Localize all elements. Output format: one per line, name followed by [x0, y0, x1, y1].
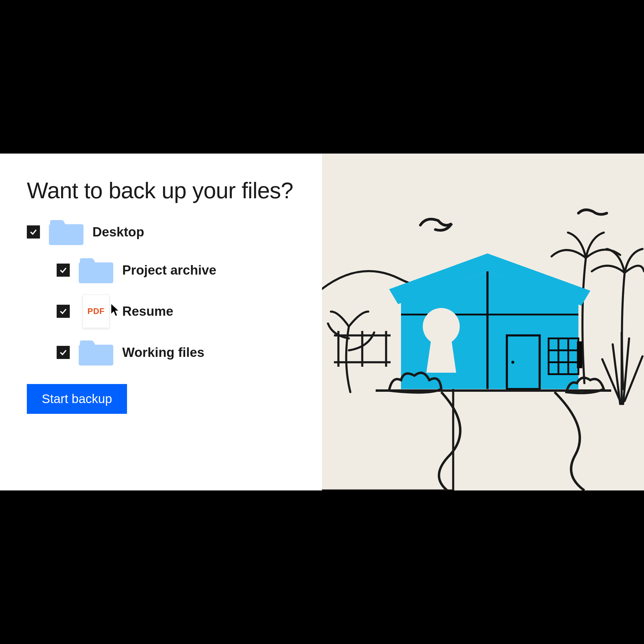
backup-form: Want to back up your files? Desktop	[0, 154, 322, 490]
cursor-icon	[109, 302, 121, 319]
backup-dialog: Want to back up your files? Desktop	[0, 154, 644, 490]
folder-icon	[78, 339, 114, 366]
folder-icon	[48, 218, 84, 246]
svg-point-11	[511, 361, 514, 364]
tree-item-label: Project archive	[122, 263, 216, 278]
svg-rect-2	[79, 345, 113, 366]
svg-rect-1	[79, 262, 113, 283]
tree-item-label: Resume	[122, 304, 173, 319]
tree-item-label: Working files	[122, 345, 204, 360]
house-illustration	[322, 154, 644, 490]
illustration-panel	[322, 154, 644, 490]
checkbox-icon[interactable]	[27, 225, 40, 239]
tree-item-label: Desktop	[92, 225, 144, 239]
svg-rect-17	[577, 341, 582, 368]
svg-rect-0	[49, 224, 83, 245]
tree-item-resume[interactable]: PDF Resume	[27, 295, 301, 328]
tree-item-desktop[interactable]: Desktop	[27, 218, 301, 246]
tree-item-text: Resume	[122, 304, 173, 318]
tree-item-project-archive[interactable]: Project archive	[27, 256, 301, 284]
checkbox-icon[interactable]	[57, 305, 70, 318]
pdf-file-icon: PDF	[78, 295, 114, 328]
pdf-badge: PDF	[87, 306, 105, 316]
tree-item-working-files[interactable]: Working files	[27, 339, 301, 366]
folder-icon	[78, 256, 114, 284]
file-tree: Desktop Project archive	[27, 218, 301, 366]
checkbox-icon[interactable]	[57, 346, 70, 359]
dialog-heading: Want to back up your files?	[27, 177, 301, 203]
checkbox-icon[interactable]	[57, 264, 70, 277]
start-backup-button[interactable]: Start backup	[27, 384, 127, 414]
